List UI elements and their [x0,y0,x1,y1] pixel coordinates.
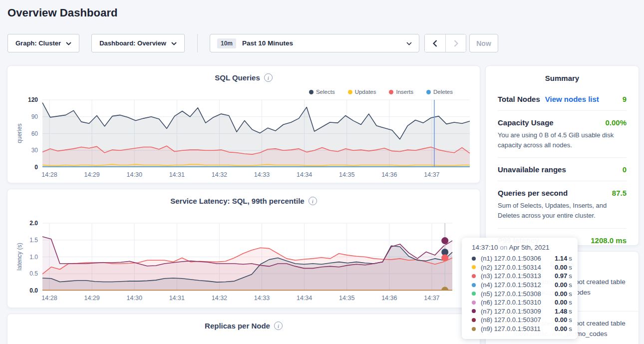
tooltip-rows: (n1) 127.0.0.1:503061.14s(n2) 127.0.0.1:… [472,254,578,333]
node-color-dot-icon [472,318,476,322]
time-range-badge: 10m [217,38,236,48]
info-icon[interactable]: i [309,197,317,205]
svg-text:14:35: 14:35 [339,295,354,302]
legend-item-deletes[interactable]: Deletes [426,89,453,95]
svg-text:14:34: 14:34 [297,295,312,302]
svg-text:30: 30 [31,147,38,154]
unavailable-ranges-row: Unavailable ranges 0 [498,157,627,181]
node-color-dot-icon [472,274,476,278]
node-color-dot-icon [472,301,476,305]
svg-text:14:33: 14:33 [254,295,270,302]
tooltip-row: (n3) 127.0.0.1:503130.97s [472,272,578,281]
tooltip-node-unit: s [569,308,572,315]
summary-title: Summary [486,66,639,87]
tooltip-row: (n1) 127.0.0.1:503061.14s [472,254,578,263]
capacity-usage-description: You are using 0 B of 4.5 GiB usable disk… [498,130,627,150]
sql-queries-title: SQL Queries [215,73,260,82]
node-color-dot-icon [472,309,476,313]
overview-dashboard-page: Overview Dashboard Graph: Cluster Dashbo… [0,0,644,344]
legend-item-updates[interactable]: Updates [348,89,376,95]
tooltip-node-value: 0.00 [555,325,567,333]
svg-text:14:37: 14:37 [424,171,439,178]
tooltip-row: (n2) 127.0.0.1:503140.00s [472,263,578,272]
tooltip-node-value: 1.48 [555,308,567,315]
tooltip-node-unit: s [569,325,572,333]
service-latency-chart[interactable]: 0.00.51.01.52.014:2814:2914:3014:3114:32… [7,219,481,305]
page-title: Overview Dashboard [7,6,118,19]
time-range-picker[interactable]: 10m Past 10 Minutes [210,34,419,52]
tooltip-node-address: (n3) 127.0.0.1:50313 [481,272,555,280]
dashboard-dropdown[interactable]: Dashboard: Overview [91,34,185,52]
queries-per-second-row: Queries per second 87.5 Sum of Selects, … [498,181,627,228]
legend-dot-icon [309,90,314,94]
info-icon[interactable]: i [264,73,273,82]
tooltip-node-unit: s [569,264,572,271]
svg-text:14:34: 14:34 [297,171,312,178]
tooltip-row: (n9) 127.0.0.1:503110.00s [472,325,578,334]
tooltip-row: (n7) 127.0.0.1:503091.48s [472,307,578,316]
svg-text:1.5: 1.5 [29,237,38,244]
capacity-usage-value: 0.00% [605,118,627,127]
next-time-button[interactable] [445,34,466,52]
chevron-down-icon [171,39,177,47]
svg-text:14:31: 14:31 [169,171,185,178]
tooltip-node-unit: s [569,255,572,262]
total-nodes-label: Total Nodes [498,95,540,103]
total-nodes-row: Total Nodes View nodes list 9 [498,87,627,110]
tooltip-row: (n8) 127.0.0.1:503070.00s [472,316,578,325]
queries-per-second-description: Sum of Selects, Updates, Inserts, and De… [498,201,627,221]
prev-time-button[interactable] [425,34,445,52]
legend-item-inserts[interactable]: Inserts [389,89,413,95]
svg-text:14:28: 14:28 [41,171,57,178]
legend-dot-icon [389,90,393,94]
info-icon[interactable]: i [274,322,283,330]
svg-text:2.0: 2.0 [29,220,38,227]
queries-per-second-label: Queries per second [498,189,568,197]
service-latency-title: Service Latency: SQL, 99th percentile [170,197,304,205]
summary-panel: Summary Total Nodes View nodes list 9 Ca… [485,65,639,246]
sql-queries-chart[interactable]: 030609012014:2814:2914:3014:3114:3214:33… [7,96,481,182]
legend-label: Updates [355,89,376,95]
tooltip-node-value: 0.00 [555,264,567,271]
legend-dot-icon [348,90,352,94]
legend-item-selects[interactable]: Selects [309,89,335,95]
svg-text:14:36: 14:36 [381,171,397,178]
svg-text:14:28: 14:28 [41,295,57,302]
svg-text:14:32: 14:32 [212,295,227,302]
total-nodes-value: 9 [623,95,627,103]
svg-text:90: 90 [31,113,38,120]
svg-text:0: 0 [34,164,38,171]
tooltip-node-unit: s [569,316,572,324]
tooltip-time: 14:37:10 [472,244,498,251]
queries-per-second-value: 87.5 [612,189,627,197]
tooltip-node-value: 0.97 [555,272,567,280]
tooltip-header: 14:37:10 on Apr 5th, 2021 [472,244,578,251]
tooltip-node-value: 1.14 [555,255,567,262]
time-range-label: Past 10 Minutes [242,39,293,47]
node-color-dot-icon [472,327,476,331]
legend-label: Deletes [433,89,453,95]
tooltip-row: (n4) 127.0.0.1:503120.00s [472,281,578,290]
tooltip-node-address: (n9) 127.0.0.1:50311 [481,325,555,333]
chevron-down-icon [66,39,71,47]
svg-text:14:35: 14:35 [339,171,354,178]
chevron-right-icon [454,40,458,47]
p99-latency-value: 1208.0 ms [591,236,627,245]
now-button[interactable]: Now [469,34,498,52]
svg-text:120: 120 [28,96,38,103]
tooltip-node-value: 0.00 [555,281,567,289]
tooltip-node-value: 0.00 [555,290,567,298]
view-nodes-list-link[interactable]: View nodes list [545,95,599,103]
sql-queries-legend: SelectsUpdatesInsertsDeletes [309,89,453,95]
tooltip-node-value: 0.00 [555,316,567,324]
tooltip-row: (n6) 127.0.0.1:503100.00s [472,298,578,307]
graph-dropdown[interactable]: Graph: Cluster [7,34,79,52]
svg-text:14:29: 14:29 [84,295,99,302]
graph-dropdown-label: Graph: Cluster [15,39,61,47]
tooltip-row: (n5) 127.0.0.1:503080.00s [472,289,578,298]
svg-text:60: 60 [31,130,38,137]
legend-label: Selects [316,89,335,95]
svg-text:0.0: 0.0 [29,287,38,294]
capacity-usage-row: Capacity Usage 0.00% You are using 0 B o… [498,110,627,157]
node-color-dot-icon [472,283,476,287]
